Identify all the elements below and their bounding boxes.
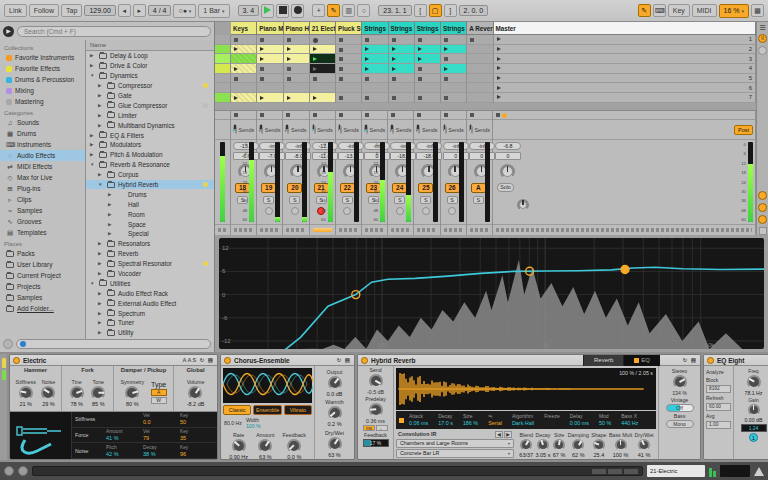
hybrid-param[interactable]: Decay17.0 s	[433, 413, 458, 427]
tree-item[interactable]: ▼ Dynamics	[86, 71, 214, 81]
clip-slot[interactable]	[231, 35, 257, 45]
sidebar-item-place[interactable]: Add Folder...	[0, 303, 85, 314]
param-knob[interactable]	[572, 439, 584, 451]
mod-cell-value[interactable]: 41 %	[106, 435, 143, 441]
device-on-icon[interactable]	[707, 357, 714, 364]
stop-clips-button[interactable]	[417, 113, 421, 117]
loop-length-field[interactable]: 2. 0. 0	[459, 5, 488, 16]
hybrid-knob-param[interactable]: Damping 62 %	[568, 432, 589, 458]
mod-cell-value[interactable]: 35	[180, 435, 217, 441]
crossfade-assign[interactable]	[260, 228, 279, 232]
crossfade-assign[interactable]	[313, 228, 332, 232]
clip-slot[interactable]	[336, 83, 362, 93]
clip-slot[interactable]	[389, 64, 415, 74]
sidebar-item-place[interactable]: Projects	[0, 281, 85, 292]
algorithm-selector[interactable]: AlgorithmDark Hall	[507, 413, 539, 427]
clip-slot[interactable]	[467, 45, 493, 55]
tree-item[interactable]: ▶ Drums	[86, 189, 214, 199]
mod-cell-value[interactable]: 50	[180, 419, 217, 425]
avg-field[interactable]: 1.00	[706, 421, 731, 429]
hybrid-knob-param[interactable]: Decay 3.05 s	[535, 432, 550, 458]
clip-slot[interactable]	[257, 45, 283, 55]
track-header[interactable]: A Reverb	[467, 22, 493, 35]
status-left-button-1[interactable]	[4, 466, 14, 476]
metronome-button[interactable]: ○● ▾	[173, 4, 196, 18]
crossfade-assign[interactable]	[444, 228, 463, 232]
expand-arrow-icon[interactable]: ▶	[90, 63, 96, 68]
send-a-knob[interactable]	[312, 124, 316, 136]
link-button[interactable]: Link	[4, 4, 27, 17]
param-symmetry[interactable]: Symmetry80 %	[120, 379, 144, 407]
session-record-button[interactable]: ✎	[327, 4, 340, 17]
clip-slot[interactable]	[389, 93, 415, 103]
tree-item[interactable]: ▶ Reverb	[86, 249, 214, 259]
param-noise[interactable]: Noise29 %	[41, 379, 55, 407]
predelay-ms-button[interactable]: ms	[363, 425, 375, 431]
hybrid-param[interactable]: Size186 %	[458, 413, 483, 427]
clip-slot[interactable]	[284, 83, 310, 93]
clip-slot[interactable]	[441, 83, 467, 93]
expand-arrow-icon[interactable]: ▶	[90, 133, 96, 138]
expand-arrow-icon[interactable]: ▶	[108, 231, 114, 236]
mixer-section-toggle-1[interactable]	[758, 191, 767, 200]
tree-item[interactable]: ▶ Hall	[86, 199, 214, 209]
play-button[interactable]	[261, 4, 274, 18]
clip-slot[interactable]	[467, 64, 493, 74]
hybrid-knob-param[interactable]: Bass Mult 100 %	[609, 432, 632, 458]
q-field[interactable]: 1.24	[741, 424, 767, 432]
scrollbar-handle[interactable]	[759, 227, 767, 235]
capture-midi-button[interactable]: ○	[357, 4, 370, 17]
refresh-field[interactable]: 60.00	[706, 403, 731, 411]
tree-item[interactable]: ▶ Modulators	[86, 140, 214, 150]
type-a-button[interactable]: A	[151, 389, 167, 396]
gain-knob[interactable]	[748, 404, 760, 416]
clip-slot[interactable]	[284, 45, 310, 55]
clip-slot[interactable]	[467, 83, 493, 93]
stop-clips-button[interactable]	[444, 113, 448, 117]
tree-item[interactable]: ▶ Tuner	[86, 318, 214, 328]
scene-slot[interactable]: 3	[494, 54, 757, 64]
clip-slot[interactable]	[389, 45, 415, 55]
expand-arrow-icon[interactable]: ▶	[108, 202, 114, 207]
status-left-button-2[interactable]	[18, 466, 28, 476]
send-a-knob[interactable]	[338, 124, 342, 136]
stop-all-clips-button[interactable]	[496, 113, 500, 117]
clip-slot[interactable]	[362, 54, 388, 64]
clip-slot[interactable]	[231, 74, 257, 84]
chorus-param[interactable]: Rate 0.90 Hz	[229, 432, 248, 460]
clip-slot[interactable]	[284, 64, 310, 74]
clip-slot[interactable]	[441, 64, 467, 74]
param-knob[interactable]	[328, 376, 342, 390]
solo-button[interactable]: S	[342, 196, 353, 204]
hamburger-icon[interactable]: ☰	[759, 24, 765, 31]
clip-slot[interactable]	[467, 93, 493, 103]
clip-slot[interactable]	[284, 54, 310, 64]
param-knob[interactable]	[553, 439, 565, 451]
browser-filter-bar[interactable]	[16, 339, 211, 349]
stop-clips-button[interactable]	[365, 113, 369, 117]
computer-midi-keyboard-button[interactable]: ⌨	[653, 4, 666, 17]
chorus-param[interactable]: Amount 63 %	[256, 432, 274, 460]
sidebar-item-category[interactable]: ≈ Samples	[0, 205, 85, 216]
clip-slot[interactable]	[362, 64, 388, 74]
tree-item[interactable]: ▶ Resonators	[86, 239, 214, 249]
clip-slot[interactable]	[284, 74, 310, 84]
device-extra-icons[interactable]: ↻ ▤	[337, 357, 351, 363]
clip-slot[interactable]	[310, 45, 336, 55]
arm-record-button[interactable]	[291, 207, 299, 215]
send-a-knob[interactable]	[233, 124, 237, 136]
tree-item[interactable]: ▶ Drive & Color	[86, 61, 214, 71]
send-a-knob[interactable]	[364, 124, 368, 136]
clip-slot[interactable]	[310, 35, 336, 45]
sidebar-item-category[interactable]: ▦ Drums	[0, 128, 85, 139]
clip-slot[interactable]	[284, 35, 310, 45]
clip-slot[interactable]	[257, 35, 283, 45]
param-knob[interactable]	[232, 439, 246, 453]
stop-clips-button[interactable]	[234, 113, 238, 117]
volume-field[interactable]: -7.0	[259, 152, 285, 160]
clip-slot[interactable]	[257, 74, 283, 84]
expand-arrow-icon[interactable]: ▶	[98, 301, 104, 306]
pre-post-toggle[interactable]: Post	[734, 125, 753, 135]
sidebar-item-place[interactable]: User Library	[0, 259, 85, 270]
param-knob[interactable]	[328, 437, 342, 451]
